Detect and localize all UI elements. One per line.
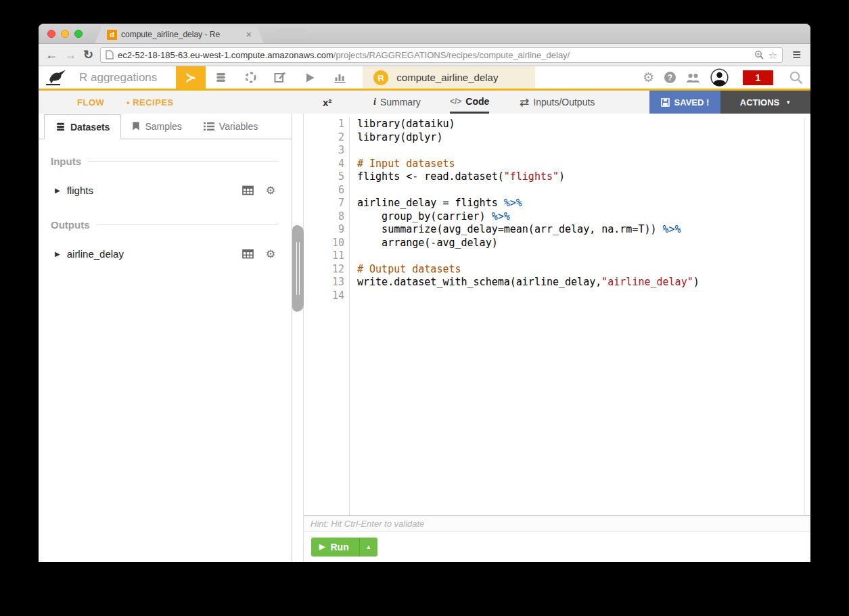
notebooks-nav-button[interactable] — [265, 66, 295, 89]
line-numbers: 1234567891011121314 — [304, 118, 350, 515]
editor-scrollbar[interactable] — [804, 118, 810, 515]
dss-top-nav: R aggregations ≻ R compute_airline_delay — [39, 66, 810, 91]
top-right-icons: ⚙ ? 1 — [643, 66, 804, 89]
help-icon[interactable]: ? — [664, 72, 676, 83]
tab-io-label: Inputs/Outputs — [533, 97, 595, 108]
tab-code-label: Code — [465, 96, 489, 107]
table-icon[interactable] — [242, 185, 254, 195]
run-options-button[interactable]: ▲ — [359, 538, 377, 556]
search-icon[interactable] — [789, 70, 804, 85]
back-icon[interactable]: ← — [45, 49, 58, 61]
open-recipe-tab[interactable]: R compute_airline_delay — [363, 66, 535, 89]
code-editor-pane: 1234567891011121314 library(dataiku)libr… — [303, 114, 810, 562]
sidebar-collapse-handle[interactable] — [292, 225, 304, 312]
floppy-save-icon — [661, 98, 670, 107]
recipe-tab-label: compute_airline_delay — [396, 72, 498, 83]
page-icon — [106, 50, 114, 60]
dataset-name[interactable]: airline_delay — [67, 248, 242, 260]
url-text: ec2-52-18-185-63.eu-west-1.compute.amazo… — [118, 50, 750, 60]
charts-nav-button[interactable] — [325, 66, 354, 89]
run-button[interactable]: ▶ Run — [311, 538, 359, 556]
bar-chart-icon — [334, 72, 346, 83]
tab-summary-label: Summary — [380, 97, 421, 108]
play-icon — [305, 72, 315, 83]
sidebar-tab-label: Datasets — [70, 122, 110, 133]
saved-button[interactable]: SAVED ! — [649, 91, 720, 114]
gear-icon[interactable]: ⚙ — [266, 249, 275, 260]
expand-triangle-icon[interactable]: ▶ — [55, 187, 60, 194]
r-recipe-icon: R — [373, 69, 390, 86]
datasets-icon — [215, 72, 227, 83]
notebook-edit-icon — [274, 72, 286, 83]
hint-bar: Hint: Hit Ctrl-Enter to validate — [304, 515, 810, 531]
browser-tab[interactable]: d compute_airline_delay - Re × — [95, 26, 264, 43]
close-window-button[interactable] — [47, 30, 55, 38]
url-bar[interactable]: ec2-52-18-185-63.eu-west-1.compute.amazo… — [100, 47, 783, 63]
inputs-section-header: Inputs — [51, 156, 278, 167]
browser-window: d compute_airline_delay - Re × ← → ↻ ec2… — [39, 24, 810, 562]
browser-toolbar: ← → ↻ ec2-52-18-185-63.eu-west-1.compute… — [39, 43, 810, 66]
list-icon — [204, 122, 214, 131]
code-brackets-icon: </> — [450, 97, 461, 106]
flow-nav-button[interactable]: ≻ — [176, 66, 206, 89]
dataset-name[interactable]: flights — [67, 185, 242, 196]
sidebar-content: Inputs ▶ flights ⚙ Outputs — [39, 139, 292, 260]
url-path: /projects/RAGGREGATIONS/recipes/compute_… — [334, 50, 570, 60]
user-avatar[interactable] — [710, 68, 729, 87]
saved-label: SAVED ! — [674, 97, 710, 108]
sidebar-tab-samples[interactable]: Samples — [121, 114, 192, 139]
dss-sub-nav: FLOW • RECIPES x² i Summary </> Code ⇄ I… — [39, 91, 810, 114]
dataiku-bird-logo[interactable] — [39, 66, 74, 89]
tab-summary[interactable]: i Summary — [373, 91, 421, 114]
tab-close-icon[interactable]: × — [246, 30, 252, 39]
run-label: Run — [330, 542, 348, 552]
outputs-label: Outputs — [51, 219, 90, 231]
run-button-row: ▶ Run ▲ — [304, 531, 810, 562]
table-icon[interactable] — [242, 249, 254, 259]
zoom-window-button[interactable] — [74, 30, 83, 38]
main-area: Datasets Samples Variables Inputs — [39, 114, 810, 562]
new-tab-button[interactable] — [277, 28, 308, 39]
breadcrumb-recipes[interactable]: • RECIPES — [127, 91, 174, 114]
tab-inputs-outputs[interactable]: ⇄ Inputs/Outputs — [520, 91, 595, 114]
run-nav-button[interactable] — [295, 66, 325, 89]
code-lines[interactable]: library(dataiku)library(dplyr) # Input d… — [350, 118, 804, 515]
bookmark-icon — [132, 121, 140, 131]
input-dataset-row[interactable]: ▶ flights ⚙ — [55, 185, 278, 196]
sidebar: Datasets Samples Variables Inputs — [39, 114, 292, 562]
jobs-nav-button[interactable] — [235, 66, 265, 89]
pane-gap — [292, 114, 303, 562]
refresh-icon[interactable]: ↻ — [83, 49, 93, 61]
minimize-window-button[interactable] — [61, 30, 69, 38]
users-group-icon[interactable] — [686, 72, 700, 83]
browser-tab-strip: d compute_airline_delay - Re × — [39, 24, 810, 43]
tab-code-samples[interactable]: x² — [323, 91, 331, 114]
actions-button[interactable]: ACTIONS ▼ — [720, 91, 810, 114]
inputs-label: Inputs — [51, 156, 81, 167]
zoom-page-icon[interactable] — [754, 50, 764, 60]
settings-gear-icon[interactable]: ⚙ — [643, 71, 654, 84]
sidebar-tabs: Datasets Samples Variables — [39, 114, 292, 139]
project-name[interactable]: R aggregations — [74, 66, 176, 89]
sidebar-tab-variables[interactable]: Variables — [193, 114, 269, 139]
sidebar-tab-label: Samples — [145, 121, 181, 132]
bookmark-star-icon[interactable]: ☆ — [768, 50, 777, 60]
datasets-nav-button[interactable] — [206, 66, 235, 89]
divider — [88, 161, 278, 162]
breadcrumb-flow[interactable]: FLOW — [77, 91, 104, 114]
forward-icon[interactable]: → — [64, 49, 76, 61]
divider — [97, 224, 279, 225]
tab-title: compute_airline_delay - Re — [121, 30, 242, 39]
notification-badge[interactable]: 1 — [743, 70, 773, 85]
run-split-button: ▶ Run ▲ — [311, 538, 377, 556]
jobs-icon — [244, 71, 257, 84]
code-editor[interactable]: 1234567891011121314 library(dataiku)libr… — [304, 114, 810, 515]
actions-label: ACTIONS — [740, 97, 780, 108]
sidebar-tab-datasets[interactable]: Datasets — [44, 114, 121, 139]
gear-icon[interactable]: ⚙ — [266, 185, 275, 196]
output-dataset-row[interactable]: ▶ airline_delay ⚙ — [55, 248, 278, 260]
expand-triangle-icon[interactable]: ▶ — [55, 250, 60, 258]
chevron-up-icon: ▲ — [365, 544, 371, 550]
browser-menu-icon[interactable]: ≡ — [789, 47, 804, 62]
tab-code[interactable]: </> Code — [450, 91, 489, 114]
